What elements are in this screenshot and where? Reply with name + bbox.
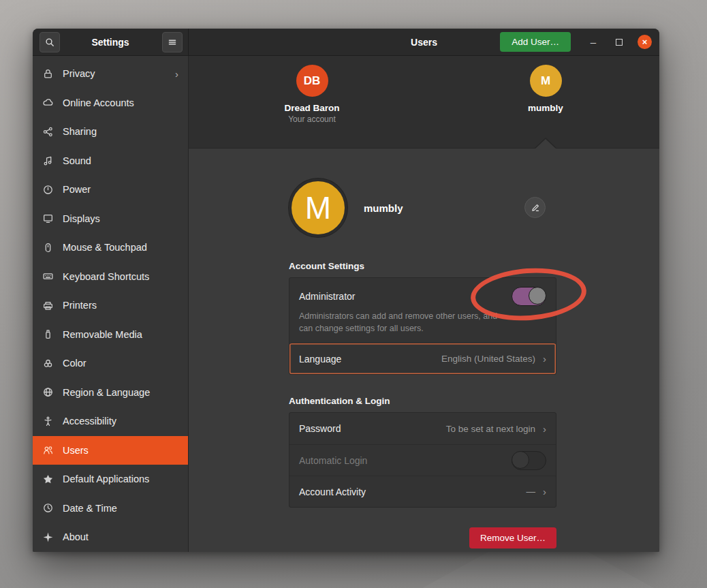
- administrator-toggle[interactable]: [512, 287, 546, 306]
- sidebar-item-privacy[interactable]: Privacy›: [33, 59, 188, 89]
- carousel-user-dread-baron[interactable]: DB Dread Baron Your account: [264, 65, 360, 124]
- sidebar: Privacy›Online AccountsSharingSoundPower…: [33, 56, 189, 552]
- sidebar-item-region-language[interactable]: Region & Language: [33, 378, 188, 407]
- sidebar-item-label: Users: [63, 445, 89, 456]
- search-button[interactable]: [40, 32, 60, 52]
- menu-button[interactable]: [162, 32, 183, 52]
- sidebar-item-mouse-touchpad[interactable]: Mouse & Touchpad: [33, 233, 188, 262]
- carousel-user-mumbly[interactable]: M mumbly: [498, 65, 593, 113]
- lock-icon: [42, 68, 54, 80]
- sidebar-item-label: Displays: [63, 213, 100, 224]
- profile-header: M mumbly: [289, 176, 556, 240]
- printer-icon: [42, 300, 54, 311]
- user-detail: M mumbly Account Settings: [189, 149, 659, 552]
- sidebar-item-date-time[interactable]: Date & Time: [33, 494, 188, 523]
- display-icon: [42, 213, 54, 224]
- sidebar-item-label: Sharing: [63, 126, 97, 137]
- maximize-button[interactable]: [606, 39, 632, 46]
- user-subtitle: Your account: [264, 114, 360, 124]
- account-settings-card: Administrator Administrators can add and…: [289, 277, 556, 375]
- selected-user-caret-fill: [535, 139, 556, 149]
- sidebar-item-power[interactable]: Power: [33, 175, 188, 204]
- sidebar-item-label: Sound: [63, 155, 91, 166]
- sidebar-item-default-applications[interactable]: Default Applications: [33, 465, 188, 494]
- password-value: To be set at next login: [446, 424, 535, 434]
- sidebar-item-removable-media[interactable]: Removable Media: [33, 320, 188, 350]
- account-settings-title: Account Settings: [289, 261, 556, 271]
- app-body: Privacy›Online AccountsSharingSoundPower…: [33, 56, 659, 552]
- automatic-login-row: Automatic Login: [289, 444, 556, 476]
- account-activity-row[interactable]: Account Activity — ›: [289, 476, 556, 507]
- chevron-right-icon: ›: [175, 68, 178, 80]
- password-row[interactable]: Password To be set at next login ›: [289, 413, 556, 444]
- share-icon: [42, 126, 54, 138]
- sidebar-item-displays[interactable]: Displays: [33, 204, 188, 234]
- sidebar-item-users[interactable]: Users: [33, 436, 188, 465]
- sound-icon: [42, 155, 54, 166]
- avatar-large: M: [289, 179, 347, 237]
- sidebar-item-label: Accessibility: [63, 416, 116, 427]
- sidebar-item-sharing[interactable]: Sharing: [33, 117, 188, 146]
- titlebar-controls: Add User… – ×: [500, 32, 659, 52]
- sidebar-item-about[interactable]: About: [33, 523, 188, 552]
- minimize-button[interactable]: –: [580, 36, 606, 48]
- profile-username: mumbly: [364, 202, 403, 214]
- maximize-icon: [616, 39, 623, 46]
- chevron-right-icon: ›: [543, 486, 546, 497]
- accessibility-icon: [42, 416, 54, 427]
- add-user-button[interactable]: Add User…: [500, 32, 571, 52]
- sidebar-item-label: Keyboard Shortcuts: [63, 271, 149, 282]
- password-label: Password: [299, 423, 341, 434]
- titlebar-main-section: Users Add User… – ×: [189, 29, 659, 55]
- usb-icon: [42, 328, 54, 340]
- auth-login-card: Password To be set at next login › Autom…: [289, 412, 556, 508]
- account-activity-value: —: [527, 486, 536, 497]
- sidebar-item-printers[interactable]: Printers: [33, 291, 188, 320]
- keyboard-icon: [42, 270, 54, 282]
- sidebar-item-online-accounts[interactable]: Online Accounts: [33, 89, 188, 118]
- globe-icon: [42, 386, 54, 398]
- edit-avatar-button[interactable]: [524, 197, 546, 218]
- sidebar-item-label: Power: [63, 184, 91, 195]
- settings-window: Settings Users Add User… –: [33, 29, 659, 552]
- language-row[interactable]: Language English (United States) ›: [289, 343, 556, 374]
- sidebar-item-label: Region & Language: [63, 387, 150, 398]
- sidebar-item-label: Color: [63, 358, 87, 369]
- pencil-icon: [531, 203, 540, 213]
- hamburger-menu-icon: [167, 37, 178, 48]
- automatic-login-label: Automatic Login: [299, 455, 367, 466]
- sidebar-item-label: Removable Media: [63, 329, 142, 340]
- remove-user-button[interactable]: Remove User…: [469, 527, 556, 548]
- sidebar-item-label: Mouse & Touchpad: [63, 242, 147, 253]
- language-label: Language: [299, 354, 341, 365]
- sidebar-item-label: Printers: [63, 300, 97, 311]
- automatic-login-toggle[interactable]: [512, 451, 546, 470]
- sidebar-item-label: Date & Time: [63, 503, 117, 514]
- chevron-right-icon: ›: [543, 423, 546, 435]
- administrator-row: Administrator Administrators can add and…: [289, 278, 556, 343]
- mouse-icon: [42, 242, 54, 253]
- sidebar-item-keyboard-shortcuts[interactable]: Keyboard Shortcuts: [33, 262, 188, 292]
- toggle-knob: [529, 287, 546, 305]
- clock-icon: [42, 502, 54, 514]
- users-panel: DB Dread Baron Your account M mumbly M m…: [189, 56, 659, 552]
- sidebar-item-accessibility[interactable]: Accessibility: [33, 407, 188, 436]
- sidebar-item-label: Privacy: [63, 68, 95, 79]
- chevron-right-icon: ›: [543, 353, 546, 365]
- toggle-knob: [512, 451, 529, 469]
- star-icon: [42, 474, 54, 485]
- sidebar-item-label: Online Accounts: [63, 97, 134, 108]
- sidebar-item-sound[interactable]: Sound: [33, 146, 188, 176]
- search-icon: [44, 37, 55, 48]
- administrator-label: Administrator: [299, 291, 355, 302]
- sparkle-icon: [42, 531, 54, 543]
- sidebar-item-color[interactable]: Color: [33, 349, 188, 378]
- titlebar-sidebar-section: Settings: [33, 29, 189, 55]
- close-button[interactable]: ×: [638, 35, 652, 49]
- users-icon: [42, 444, 54, 456]
- sidebar-item-label: About: [63, 531, 89, 542]
- account-activity-label: Account Activity: [299, 486, 366, 497]
- desktop: { "window": { "app_title": "Settings", "…: [0, 0, 707, 588]
- sidebar-item-label: Default Applications: [63, 474, 149, 484]
- administrator-description: Administrators can add and remove other …: [299, 311, 505, 335]
